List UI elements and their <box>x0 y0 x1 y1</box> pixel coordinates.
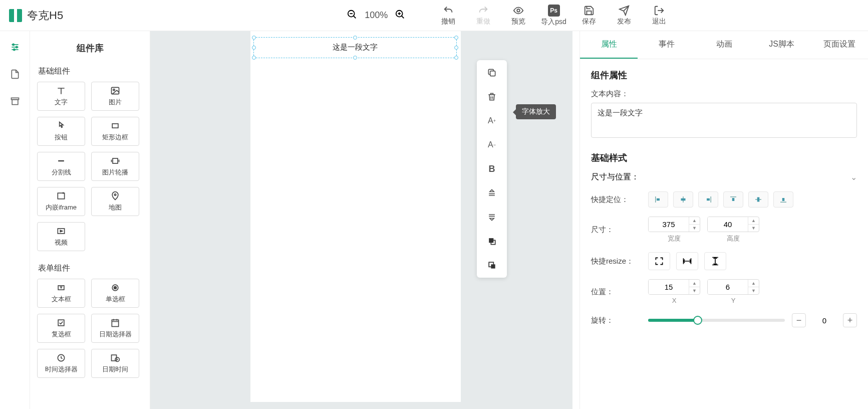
width-input[interactable] <box>649 217 689 232</box>
zoom-out-icon[interactable] <box>347 9 358 22</box>
selected-text-component[interactable]: 这是一段文字 <box>253 37 457 58</box>
x-input[interactable] <box>649 280 689 294</box>
layer-up-button[interactable] <box>484 185 499 200</box>
height-up[interactable]: ▲ <box>748 217 759 225</box>
comp-text[interactable]: 文字 <box>37 82 85 111</box>
rotate-slider[interactable] <box>648 319 785 322</box>
svg-rect-42 <box>711 196 712 202</box>
redo-button[interactable]: 重做 <box>471 5 496 26</box>
align-vcenter-button[interactable] <box>748 191 768 208</box>
x-down[interactable]: ▼ <box>689 287 700 294</box>
bring-front-button[interactable] <box>484 234 499 249</box>
align-left-button[interactable] <box>648 191 668 208</box>
comp-divider[interactable]: 分割线 <box>37 152 85 181</box>
resize-handle-se[interactable] <box>454 56 458 60</box>
comp-datetime[interactable]: 日期时间 <box>91 349 139 378</box>
canvas-area[interactable]: 这是一段文字 <box>150 31 572 409</box>
comp-checkbox-label: 复选框 <box>52 330 71 339</box>
comp-checkbox[interactable]: 复选框 <box>37 314 85 343</box>
comp-datepicker[interactable]: 日期选择器 <box>91 314 139 343</box>
svg-point-7 <box>517 9 520 12</box>
resize-handle-nw[interactable] <box>252 36 256 40</box>
resize-handle-s[interactable] <box>353 56 357 60</box>
import-psd-button[interactable]: Ps 导入psd <box>541 5 566 27</box>
rotate-slider-thumb[interactable] <box>693 316 702 325</box>
comp-rect[interactable]: 矩形边框 <box>91 117 139 146</box>
comp-radio[interactable]: 单选框 <box>91 279 139 308</box>
resize-height-button[interactable] <box>704 252 726 270</box>
height-input[interactable] <box>708 217 748 232</box>
comp-map[interactable]: 地图 <box>91 187 139 216</box>
comp-textbox[interactable]: 文本框 <box>37 279 85 308</box>
map-icon <box>110 191 120 201</box>
resize-handle-w[interactable] <box>252 46 256 50</box>
width-down[interactable]: ▼ <box>689 225 700 232</box>
copy-button[interactable] <box>484 65 499 80</box>
send-back-button[interactable] <box>484 258 499 273</box>
resize-handle-n[interactable] <box>353 36 357 40</box>
save-button[interactable]: 保存 <box>576 5 602 26</box>
tab-script[interactable]: JS脚本 <box>753 31 810 59</box>
comp-timepicker[interactable]: 时间选择器 <box>37 349 85 378</box>
height-input-box: ▲▼ <box>707 217 759 232</box>
rail-components[interactable] <box>8 40 22 54</box>
y-input[interactable] <box>708 280 748 294</box>
resize-width-button[interactable] <box>676 252 698 270</box>
rotate-plus[interactable]: + <box>843 313 857 327</box>
font-smaller-button[interactable]: A− <box>484 137 499 152</box>
undo-button[interactable]: 撤销 <box>436 5 461 26</box>
resize-fullscreen-button[interactable] <box>648 252 670 270</box>
rotate-minus[interactable]: − <box>792 313 806 327</box>
y-up[interactable]: ▲ <box>748 280 759 287</box>
svg-rect-22 <box>58 193 64 199</box>
height-down[interactable]: ▼ <box>748 225 759 232</box>
layer-down-button[interactable] <box>484 210 499 225</box>
svg-point-14 <box>13 49 15 50</box>
zoom-in-icon[interactable] <box>395 9 406 22</box>
size-position-row[interactable]: 尺寸与位置： ⌄ <box>591 172 857 182</box>
comp-iframe[interactable]: 内嵌iframe <box>37 187 85 216</box>
rail-pages[interactable] <box>8 67 22 81</box>
resize-handle-e[interactable] <box>454 46 458 50</box>
width-up[interactable]: ▲ <box>689 217 700 225</box>
preview-label: 预览 <box>511 17 525 26</box>
comp-image-label: 图片 <box>109 98 122 107</box>
publish-button[interactable]: 发布 <box>612 5 637 26</box>
delete-button[interactable] <box>484 89 499 104</box>
align-right-button[interactable] <box>698 191 718 208</box>
comp-button[interactable]: 按钮 <box>37 117 85 146</box>
svg-rect-16 <box>12 100 18 105</box>
comp-iframe-label: 内嵌iframe <box>46 203 77 212</box>
comp-carousel[interactable]: 图片轮播 <box>91 152 139 181</box>
comp-video[interactable]: 视频 <box>37 222 85 251</box>
comp-image[interactable]: 图片 <box>91 82 139 111</box>
svg-rect-21 <box>113 158 118 163</box>
text-content-input[interactable] <box>591 103 857 138</box>
exit-button[interactable]: 退出 <box>647 5 672 26</box>
y-down[interactable]: ▼ <box>748 287 759 294</box>
x-up[interactable]: ▲ <box>689 280 700 287</box>
tab-events[interactable]: 事件 <box>638 31 695 59</box>
tab-page-settings[interactable]: 页面设置 <box>810 31 868 59</box>
font-bigger-button[interactable]: A+ <box>484 113 499 128</box>
checkbox-icon <box>56 318 66 328</box>
bold-button[interactable]: B <box>484 161 499 176</box>
rail-archive[interactable] <box>8 94 22 108</box>
align-top-button[interactable] <box>723 191 743 208</box>
svg-point-23 <box>114 194 116 195</box>
chevron-down-icon: ⌄ <box>850 172 857 182</box>
align-bottom-button[interactable] <box>773 191 793 208</box>
tab-attributes[interactable]: 属性 <box>580 31 638 59</box>
tab-animation[interactable]: 动画 <box>695 31 753 59</box>
canvas-page[interactable]: 这是一段文字 <box>250 31 461 402</box>
resize-handle-ne[interactable] <box>454 36 458 40</box>
pointer-icon <box>56 121 66 131</box>
stretch-h-icon <box>682 256 692 266</box>
resize-handle-sw[interactable] <box>252 56 256 60</box>
iframe-icon <box>56 191 66 201</box>
rotate-value: 0 <box>813 316 836 325</box>
preview-button[interactable]: 预览 <box>506 5 531 26</box>
comp-datetime-label: 日期时间 <box>102 365 128 374</box>
comp-timepicker-label: 时间选择器 <box>45 365 78 374</box>
align-hcenter-button[interactable] <box>673 191 693 208</box>
